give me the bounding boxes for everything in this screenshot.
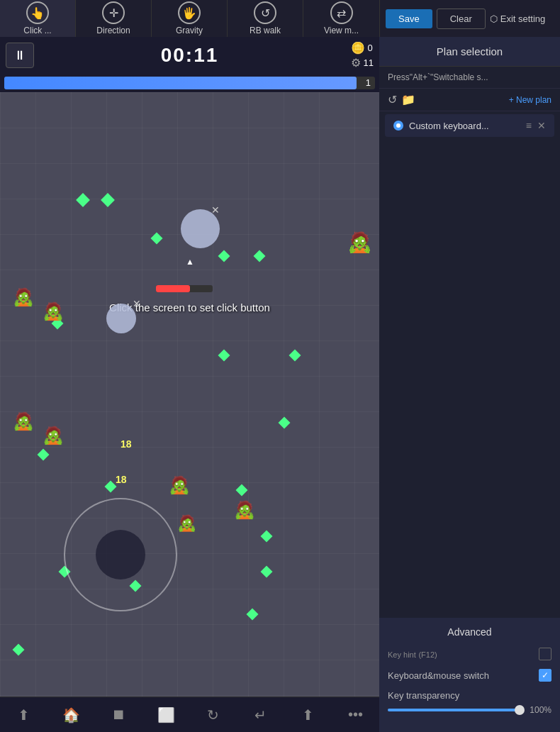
exit-setting-button[interactable]: ⬡ Exit setting: [490, 13, 546, 24]
slider-value: 100%: [526, 705, 551, 715]
keyboard-mouse-row: Keyboard&mouse switch ✓: [388, 669, 551, 682]
transparency-row: Key transparency 100%: [388, 690, 551, 715]
coin-icon: 🪙: [351, 41, 365, 55]
zombie-5: 🧟: [43, 426, 64, 445]
zombie-4: 🧟: [13, 411, 34, 431]
gem-2: [101, 193, 115, 207]
progress-number: 1: [366, 77, 371, 89]
toolbar-rb-walk[interactable]: ↺ RB walk: [228, 0, 303, 37]
nav-back[interactable]: ⬆: [2, 701, 45, 729]
gem-4: [218, 250, 230, 262]
gem-12: [236, 484, 248, 497]
gem-8: [289, 350, 301, 362]
stop-icon: ⏹: [111, 706, 125, 723]
toolbar-click[interactable]: 👆 Click ...: [0, 0, 76, 37]
toolbar-gravity[interactable]: 🖐 Gravity: [152, 0, 228, 37]
shortcut-hint: Press"Alt+`"Switchable s...: [379, 67, 560, 89]
zombie-2: 🧟: [13, 287, 34, 307]
plan-selection-header: Plan selection: [379, 37, 560, 67]
transparency-label: Key transparency: [388, 690, 551, 701]
key-hint-text: Key hint: [388, 650, 416, 659]
exit-label: Exit setting: [500, 13, 546, 24]
gem-value: 11: [364, 57, 374, 68]
progress-bar-bg: 1: [4, 77, 375, 89]
enter-icon: ↵: [254, 706, 267, 723]
toolbar-items: 👆 Click ... ✛ Direction 🖐 Gravity ↺ RB w…: [0, 0, 379, 37]
plan-item-1[interactable]: Custom keyboard... ≡ ✕: [385, 114, 554, 137]
gold-score: 🪙 0: [351, 41, 374, 55]
gem-10: [38, 449, 50, 461]
zombie-8: 🧟: [177, 514, 196, 533]
game-area: ⏸ 00:11 🪙 0 ⚙ 11 1: [0, 37, 379, 732]
exit-icon: ⬡: [490, 13, 498, 24]
slider-thumb[interactable]: [515, 705, 525, 715]
click-label: Click ...: [23, 26, 51, 35]
zombie-1: 🧟: [347, 231, 372, 254]
toolbar-direction[interactable]: ✛ Direction: [76, 0, 152, 37]
nav-more[interactable]: •••: [335, 701, 377, 729]
click-button-1-close[interactable]: ✕: [211, 204, 220, 216]
gravity-icon: 🖐: [178, 1, 201, 24]
gem-17: [247, 609, 259, 621]
advanced-title: Advanced: [388, 626, 551, 638]
nav-square[interactable]: ⬜: [145, 701, 187, 729]
save-button[interactable]: Save: [386, 9, 432, 28]
damage-num-2: 18: [116, 474, 127, 485]
back-icon: ⬆: [18, 706, 30, 723]
spacer: [379, 140, 560, 618]
transparency-header: Key transparency: [388, 690, 551, 701]
keyboard-mouse-checkbox[interactable]: ✓: [539, 669, 551, 682]
key-hint-shortcut: (F12): [418, 650, 437, 659]
gem-15: [261, 566, 273, 578]
zombie-7: 🧟: [234, 500, 255, 520]
progress-bar-fill: [4, 77, 357, 89]
top-toolbar: 👆 Click ... ✛ Direction 🖐 Gravity ↺ RB w…: [0, 0, 560, 37]
gem-score: ⚙ 11: [351, 56, 374, 70]
right-panel: Plan selection Press"Alt+`"Switchable s.…: [379, 37, 560, 732]
view-m-label: View m...: [324, 26, 359, 35]
new-plan-button[interactable]: + New plan: [509, 95, 551, 105]
gravity-label: Gravity: [176, 26, 203, 35]
view-m-icon: ⇄: [330, 1, 353, 24]
nav-rotate[interactable]: ↻: [192, 701, 235, 729]
refresh-icon[interactable]: ↺: [388, 93, 397, 106]
slider-fill: [388, 709, 520, 711]
more-icon: •••: [348, 706, 363, 723]
pause-button[interactable]: ⏸: [6, 43, 34, 68]
rb-walk-label: RB walk: [250, 26, 281, 35]
health-fill: [156, 285, 190, 292]
gem-13: [261, 531, 273, 543]
main-content: ⏸ 00:11 🪙 0 ⚙ 11 1: [0, 37, 560, 732]
pause-icon: ⏸: [13, 48, 26, 63]
toolbar-view-m[interactable]: ⇄ View m...: [303, 0, 379, 37]
plan-close-icon[interactable]: ✕: [537, 120, 546, 131]
gem-11: [105, 481, 117, 493]
gem-9: [279, 417, 291, 429]
plan-name-1: Custom keyboard...: [409, 121, 520, 131]
slider-area: 100%: [388, 705, 551, 715]
keyboard-mouse-label: Keyboard&mouse switch: [388, 670, 539, 681]
click-icon: 👆: [26, 1, 49, 24]
nav-stop[interactable]: ⏹: [97, 701, 140, 729]
joystick-outer[interactable]: [64, 498, 177, 611]
plan-menu-icon[interactable]: ≡: [526, 120, 532, 131]
clear-button[interactable]: Clear: [437, 9, 486, 29]
game-canvas[interactable]: Click the screen to set click button ✕ ▲…: [0, 92, 379, 697]
slider-track[interactable]: [388, 709, 520, 711]
right-header-buttons: Save Clear ⬡ Exit setting: [379, 0, 560, 37]
plan-radio-1[interactable]: [393, 121, 403, 131]
nav-up2[interactable]: ⬆: [287, 701, 330, 729]
key-hint-checkbox[interactable]: [539, 648, 551, 660]
gem-icon: ⚙: [351, 56, 361, 70]
nav-home[interactable]: 🏠: [50, 701, 92, 729]
folder-icon[interactable]: 📁: [401, 93, 415, 106]
nav-enter[interactable]: ↵: [240, 701, 282, 729]
gem-1: [76, 193, 90, 207]
gem-7: [218, 350, 230, 362]
damage-num-1: 18: [121, 438, 132, 450]
click-button-2-close[interactable]: ✕: [133, 298, 141, 309]
zombie-6: 🧟: [169, 475, 190, 495]
rb-walk-icon: ↺: [254, 1, 276, 24]
click-button-2[interactable]: [106, 304, 136, 333]
up2-icon: ⬆: [302, 706, 314, 723]
